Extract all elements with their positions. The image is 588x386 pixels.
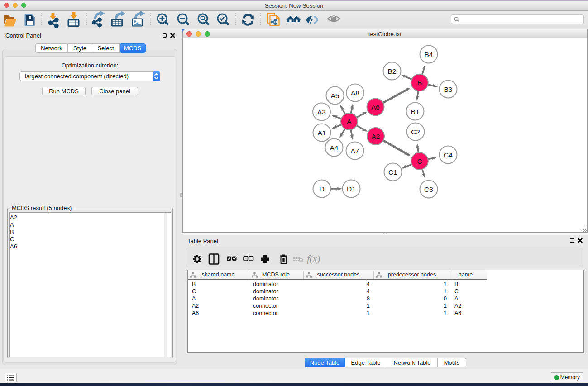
svg-text:A6: A6 [371, 103, 380, 111]
svg-text:A8: A8 [351, 89, 359, 97]
svg-text:C2: C2 [411, 128, 420, 136]
svg-text:A3: A3 [317, 108, 326, 116]
svg-text:C4: C4 [444, 151, 453, 159]
svg-text:A1: A1 [318, 129, 326, 137]
svg-text:B3: B3 [444, 86, 453, 93]
svg-text:B4: B4 [425, 51, 433, 58]
svg-text:D1: D1 [347, 185, 356, 193]
svg-text:f(x): f(x) [307, 253, 320, 264]
svg-text:B: B [417, 79, 422, 86]
svg-text:A7: A7 [351, 147, 359, 155]
svg-text:A5: A5 [331, 92, 339, 100]
svg-text:C1: C1 [388, 168, 397, 176]
svg-text:B2: B2 [388, 67, 397, 75]
svg-text:A2: A2 [372, 133, 380, 140]
svg-text:C3: C3 [424, 186, 433, 193]
svg-text:A: A [347, 118, 352, 125]
svg-text:C: C [417, 157, 422, 165]
svg-text:D: D [319, 185, 324, 193]
svg-text:B1: B1 [411, 108, 420, 115]
svg-text:A4: A4 [330, 144, 339, 152]
